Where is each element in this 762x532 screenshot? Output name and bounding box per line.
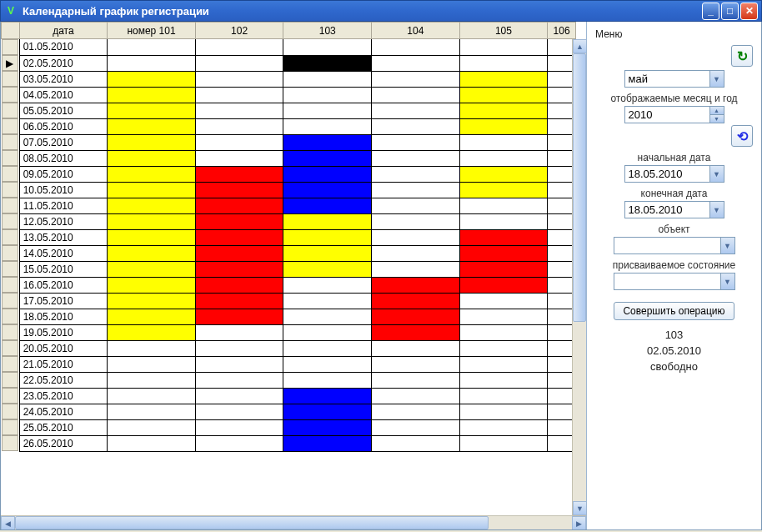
grid-cell[interactable] <box>372 404 460 419</box>
date-cell[interactable]: 25.05.2010 <box>19 419 108 435</box>
date-cell[interactable]: 05.05.2010 <box>19 103 108 118</box>
row-header[interactable] <box>2 340 18 356</box>
grid-cell[interactable] <box>459 229 548 245</box>
grid-cell[interactable] <box>283 55 372 71</box>
row-header[interactable] <box>2 277 18 293</box>
date-cell[interactable]: 12.05.2010 <box>19 213 108 229</box>
grid-cell[interactable] <box>108 150 196 166</box>
grid-cell[interactable] <box>108 245 196 261</box>
grid-cell[interactable] <box>459 388 548 404</box>
table-row[interactable]: 07.05.2010 <box>2 134 576 150</box>
grid-cell[interactable] <box>283 213 372 229</box>
column-header[interactable]: номер 101 <box>108 23 196 39</box>
grid-cell[interactable] <box>459 182 548 198</box>
grid-cell[interactable] <box>372 198 460 213</box>
row-header[interactable] <box>2 213 18 229</box>
grid-cell[interactable] <box>459 39 548 56</box>
column-header[interactable]: 102 <box>195 23 283 39</box>
date-cell[interactable]: 15.05.2010 <box>19 261 108 277</box>
spin-up-icon[interactable]: ▲ <box>710 107 724 115</box>
table-row[interactable]: 18.05.2010 <box>2 309 576 324</box>
grid-cell[interactable] <box>283 150 372 166</box>
table-row[interactable]: 12.05.2010 <box>2 213 576 229</box>
scroll-thumb-horizontal[interactable] <box>15 516 489 529</box>
grid-cell[interactable] <box>372 118 460 134</box>
row-header[interactable] <box>2 388 18 404</box>
grid-cell[interactable] <box>108 87 196 103</box>
table-row[interactable]: ▶02.05.2010 <box>2 55 576 71</box>
grid-cell[interactable] <box>195 103 283 118</box>
row-header[interactable] <box>2 150 18 166</box>
date-cell[interactable]: 23.05.2010 <box>19 388 108 404</box>
row-header[interactable] <box>2 419 18 435</box>
date-cell[interactable]: 01.05.2010 <box>19 39 108 56</box>
column-header[interactable]: 103 <box>283 23 372 39</box>
grid-cell[interactable] <box>108 229 196 245</box>
grid-cell[interactable] <box>372 340 460 356</box>
column-header[interactable]: дата <box>19 23 108 39</box>
grid-cell[interactable] <box>195 419 283 435</box>
table-row[interactable]: 19.05.2010 <box>2 324 576 340</box>
grid-cell[interactable] <box>195 198 283 213</box>
grid-cell[interactable] <box>195 245 283 261</box>
table-row[interactable]: 22.05.2010 <box>2 372 576 388</box>
grid-cell[interactable] <box>108 435 196 451</box>
grid-cell[interactable] <box>195 404 283 419</box>
grid-cell[interactable] <box>195 150 283 166</box>
grid-cell[interactable] <box>283 87 372 103</box>
maximize-button[interactable]: □ <box>721 3 739 20</box>
grid-cell[interactable] <box>195 213 283 229</box>
horizontal-scrollbar[interactable]: ◀ ▶ <box>1 515 586 529</box>
grid-cell[interactable] <box>459 118 548 134</box>
grid-cell[interactable] <box>372 309 460 324</box>
grid-cell[interactable] <box>372 213 460 229</box>
row-header[interactable] <box>2 229 18 245</box>
grid-cell[interactable] <box>283 198 372 213</box>
grid-cell[interactable] <box>372 150 460 166</box>
grid-cell[interactable] <box>283 134 372 150</box>
grid-cell[interactable] <box>372 134 460 150</box>
grid-cell[interactable] <box>108 356 196 372</box>
grid-cell[interactable] <box>372 71 460 87</box>
table-row[interactable]: 17.05.2010 <box>2 293 576 309</box>
grid-cell[interactable] <box>108 388 196 404</box>
row-selector-header[interactable] <box>2 23 20 39</box>
grid-cell[interactable] <box>195 388 283 404</box>
grid-cell[interactable] <box>195 118 283 134</box>
object-combo[interactable]: ▼ <box>614 237 735 254</box>
grid-cell[interactable] <box>459 340 548 356</box>
table-row[interactable]: 13.05.2010 <box>2 229 576 245</box>
chevron-down-icon[interactable]: ▼ <box>720 274 734 289</box>
scroll-up-button[interactable]: ▲ <box>573 39 586 53</box>
grid-cell[interactable] <box>372 87 460 103</box>
date-cell[interactable]: 06.05.2010 <box>19 118 108 134</box>
grid-cell[interactable] <box>283 293 372 309</box>
row-header[interactable] <box>2 293 18 309</box>
row-header[interactable] <box>2 261 18 277</box>
date-cell[interactable]: 09.05.2010 <box>19 166 108 182</box>
grid-cell[interactable] <box>108 71 196 87</box>
spin-down-icon[interactable]: ▼ <box>710 115 724 123</box>
grid-cell[interactable] <box>108 182 196 198</box>
grid-cell[interactable] <box>459 372 548 388</box>
row-header[interactable] <box>2 404 18 419</box>
table-row[interactable]: 05.05.2010 <box>2 103 576 118</box>
year-spinner[interactable]: 2010 ▲ ▼ <box>624 106 724 123</box>
grid-cell[interactable] <box>108 340 196 356</box>
date-cell[interactable]: 17.05.2010 <box>19 293 108 309</box>
column-header[interactable]: 104 <box>372 23 460 39</box>
table-row[interactable]: 21.05.2010 <box>2 356 576 372</box>
start-date-combo[interactable]: 18.05.2010 ▼ <box>624 165 724 183</box>
grid-cell[interactable] <box>108 166 196 182</box>
grid-cell[interactable] <box>459 71 548 87</box>
date-cell[interactable]: 19.05.2010 <box>19 324 108 340</box>
table-row[interactable]: 20.05.2010 <box>2 340 576 356</box>
grid-cell[interactable] <box>283 261 372 277</box>
grid-cell[interactable] <box>195 182 283 198</box>
table-row[interactable]: 01.05.2010 <box>2 39 576 56</box>
grid-cell[interactable] <box>459 87 548 103</box>
grid-cell[interactable] <box>108 324 196 340</box>
grid-cell[interactable] <box>459 103 548 118</box>
row-header[interactable] <box>2 71 18 87</box>
grid-cell[interactable] <box>108 134 196 150</box>
